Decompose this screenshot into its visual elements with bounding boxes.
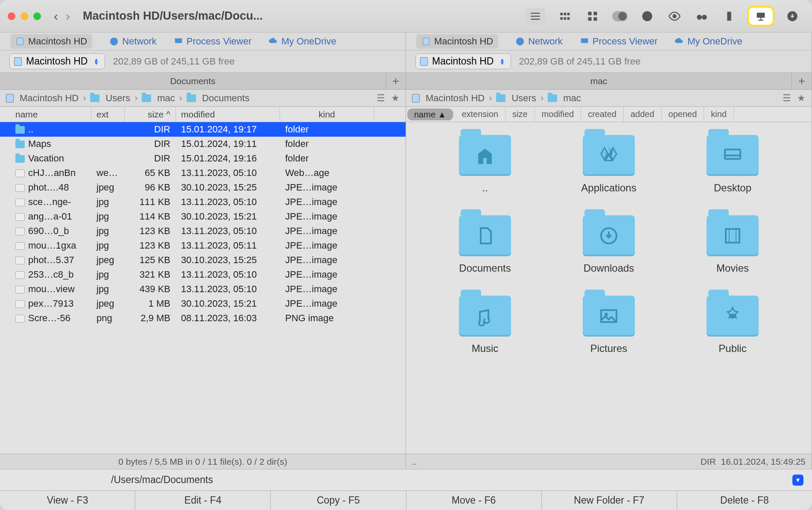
favorite-icon[interactable]: ★ bbox=[391, 93, 400, 104]
crumb-mac[interactable]: mac bbox=[548, 93, 581, 104]
folder-music[interactable]: Music bbox=[442, 296, 528, 355]
table-row[interactable]: MapsDIR15.01.2024, 19:11folder bbox=[0, 137, 406, 151]
folder-applications[interactable]: Applications bbox=[566, 135, 651, 194]
col-ext[interactable]: ext bbox=[91, 107, 125, 122]
table-row[interactable]: 253…c8_bjpg321 KB13.11.2023, 05:10JPE…im… bbox=[0, 267, 406, 282]
crumb-macintosh hd[interactable]: Macintosh HD bbox=[412, 93, 485, 104]
crumb-macintosh hd[interactable]: Macintosh HD bbox=[6, 93, 79, 104]
fkey-view[interactable]: View - F3 bbox=[0, 491, 135, 510]
binoculars-icon[interactable] bbox=[694, 9, 710, 24]
list-toggle-icon[interactable]: ☰ bbox=[377, 93, 385, 104]
table-row[interactable]: cHJ…anBnwe…65 KB13.11.2023, 05:10Web…age bbox=[0, 166, 406, 180]
bookmark-macintosh-hd[interactable]: Macintosh HD bbox=[416, 34, 498, 49]
cell-modified: 13.11.2023, 05:10 bbox=[176, 196, 280, 208]
archive-icon[interactable] bbox=[721, 9, 737, 24]
cell-kind: PNG image bbox=[280, 313, 374, 324]
path-bar[interactable]: /Users/mac/Documents ▾ bbox=[0, 469, 812, 490]
table-row[interactable]: Scre…-56png2,9 MB08.11.2023, 16:03PNG im… bbox=[0, 311, 406, 325]
crumb-users[interactable]: Users bbox=[496, 93, 536, 104]
bookmark-process-viewer[interactable]: Process Viewer bbox=[580, 36, 657, 47]
folder-label: Downloads bbox=[584, 262, 634, 274]
cell-modified: 30.10.2023, 15:21 bbox=[176, 211, 280, 222]
fkey-move[interactable]: Move - F6 bbox=[406, 491, 542, 510]
folder-downloads[interactable]: Downloads bbox=[566, 215, 651, 274]
table-row[interactable]: VacationDIR15.01.2024, 19:16folder bbox=[0, 151, 406, 166]
col-modified[interactable]: modified bbox=[535, 107, 581, 122]
bookmark-my-onedrive[interactable]: My OneDrive bbox=[269, 36, 336, 47]
table-row[interactable]: pex…7913jpeg1 MB30.10.2023, 15:21JPE…ima… bbox=[0, 296, 406, 311]
bookmark-my-onedrive[interactable]: My OneDrive bbox=[675, 36, 742, 47]
bookmark-macintosh-hd[interactable]: Macintosh HD bbox=[10, 34, 92, 49]
fkey-delete[interactable]: Delete - F8 bbox=[677, 491, 812, 510]
table-row[interactable]: phot….48jpeg96 KB30.10.2023, 15:25JPE…im… bbox=[0, 180, 406, 195]
icon-grid-right[interactable]: ..ApplicationsDesktopDocumentsDownloadsM… bbox=[406, 122, 812, 454]
folder-icon bbox=[707, 215, 759, 256]
table-row[interactable]: 690…0_bjpg123 KB13.11.2023, 05:10JPE…ima… bbox=[0, 224, 406, 238]
table-row[interactable]: ang…a-01jpg114 KB30.10.2023, 15:21JPE…im… bbox=[0, 209, 406, 224]
col-modified[interactable]: modified bbox=[176, 107, 280, 122]
table-row[interactable]: ..DIR15.01.2024, 19:17folder bbox=[0, 122, 406, 137]
cell-size: 65 KB bbox=[125, 167, 176, 179]
folder-public[interactable]: Public bbox=[690, 296, 775, 355]
list-view-icon[interactable] bbox=[525, 8, 546, 25]
col-name[interactable]: name ▲ bbox=[407, 108, 453, 120]
path-dropdown-icon[interactable]: ▾ bbox=[792, 475, 803, 486]
file-list-left[interactable]: ..DIR15.01.2024, 19:17folderMapsDIR15.01… bbox=[0, 122, 406, 454]
bookmark-network[interactable]: Network bbox=[515, 36, 563, 47]
folder-icon bbox=[707, 296, 759, 337]
cell-name: 253…c8_b bbox=[0, 269, 91, 280]
minimize-button[interactable] bbox=[20, 12, 28, 20]
col-opened[interactable]: opened bbox=[662, 107, 704, 122]
col-added[interactable]: added bbox=[624, 107, 662, 122]
crumb-users[interactable]: Users bbox=[90, 93, 130, 104]
favorite-icon[interactable]: ★ bbox=[797, 93, 806, 104]
cell-size: DIR bbox=[125, 138, 176, 149]
quicklook-icon[interactable] bbox=[667, 9, 682, 24]
folder-desktop[interactable]: Desktop bbox=[690, 135, 775, 194]
svg-rect-5 bbox=[567, 12, 570, 15]
info-icon[interactable] bbox=[640, 9, 655, 24]
col-size[interactable]: size ^ bbox=[125, 107, 176, 122]
bookmark-network[interactable]: Network bbox=[109, 36, 157, 47]
network-share-icon[interactable] bbox=[749, 8, 773, 25]
forward-button[interactable]: › bbox=[66, 9, 70, 23]
table-row[interactable]: sce…nge-jpg111 KB13.11.2023, 05:10JPE…im… bbox=[0, 195, 406, 209]
close-button[interactable] bbox=[8, 12, 15, 20]
add-tab-right[interactable]: + bbox=[792, 73, 812, 89]
col-created[interactable]: created bbox=[581, 107, 624, 122]
svg-rect-22 bbox=[17, 38, 23, 45]
table-row[interactable]: phot…5.37jpeg125 KB30.10.2023, 15:25JPE…… bbox=[0, 253, 406, 267]
svg-rect-3 bbox=[560, 12, 563, 15]
table-row[interactable]: mou…1gxajpg123 KB13.11.2023, 05:11JPE…im… bbox=[0, 238, 406, 253]
fkey-copy[interactable]: Copy - F5 bbox=[271, 491, 406, 510]
back-button[interactable]: ‹ bbox=[54, 9, 58, 23]
maximize-button[interactable] bbox=[33, 12, 41, 20]
cell-modified: 13.11.2023, 05:10 bbox=[176, 269, 280, 280]
col-size[interactable]: size bbox=[505, 107, 535, 122]
cell-size: 114 KB bbox=[125, 211, 176, 222]
tab-mac[interactable]: mac bbox=[406, 73, 792, 89]
toggle-icon[interactable] bbox=[612, 9, 628, 24]
folder-movies[interactable]: Movies bbox=[690, 215, 775, 274]
crumb-mac[interactable]: mac bbox=[142, 93, 175, 104]
col-extension[interactable]: extension bbox=[455, 107, 505, 122]
col-name[interactable]: name bbox=[0, 107, 91, 122]
column-view-icon[interactable] bbox=[558, 9, 573, 24]
table-row[interactable]: mou…viewjpg439 KB13.11.2023, 05:10JPE…im… bbox=[0, 282, 406, 296]
tab-documents[interactable]: Documents bbox=[0, 73, 386, 89]
bookmark-process-viewer[interactable]: Process Viewer bbox=[174, 36, 251, 47]
folder-documents[interactable]: Documents bbox=[442, 215, 528, 274]
list-toggle-icon[interactable]: ☰ bbox=[783, 93, 791, 104]
crumb-documents[interactable]: Documents bbox=[187, 93, 249, 104]
drive-button[interactable]: Macintosh HD ▲▼ bbox=[415, 53, 511, 69]
fkey-edit[interactable]: Edit - F4 bbox=[135, 491, 271, 510]
folder-..[interactable]: .. bbox=[442, 135, 528, 194]
add-tab-left[interactable]: + bbox=[386, 73, 406, 89]
fkey-new[interactable]: New Folder - F7 bbox=[542, 491, 677, 510]
col-kind[interactable]: kind bbox=[704, 107, 734, 122]
col-kind[interactable]: kind bbox=[280, 107, 374, 122]
grid-view-icon[interactable] bbox=[585, 9, 600, 24]
drive-button[interactable]: Macintosh HD ▲▼ bbox=[9, 53, 105, 69]
folder-pictures[interactable]: Pictures bbox=[566, 296, 651, 355]
download-icon[interactable] bbox=[785, 9, 800, 24]
